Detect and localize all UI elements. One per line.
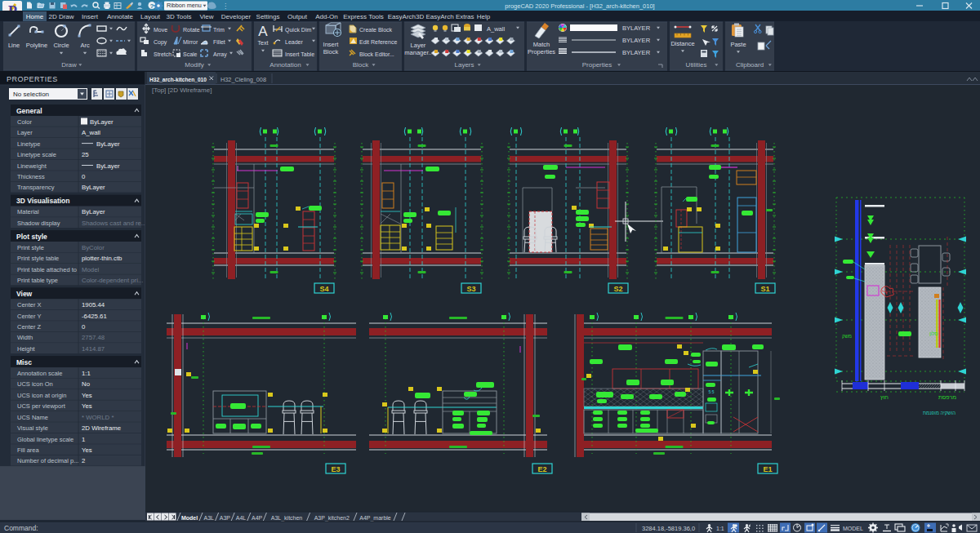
svg-text:Polyline: Polyline	[26, 42, 47, 49]
svg-text:Properties: Properties	[582, 61, 612, 69]
svg-text:Mirror: Mirror	[183, 39, 198, 45]
svg-text:Insert Table: Insert Table	[285, 51, 314, 57]
svg-text:ByLayer: ByLayer	[82, 184, 105, 191]
svg-text:1:1: 1:1	[82, 370, 91, 377]
svg-text:Properties: Properties	[528, 48, 555, 56]
svg-text:E2: E2	[537, 465, 546, 473]
svg-text:?: ?	[150, 2, 154, 10]
svg-text:Global linetype scale: Global linetype scale	[17, 436, 74, 443]
svg-text:A3L: A3L	[204, 515, 215, 521]
svg-text:Utilities: Utilities	[686, 61, 707, 69]
svg-text:Trim: Trim	[213, 27, 225, 33]
svg-text:S2: S2	[613, 285, 622, 293]
svg-text:EasyArch Extras: EasyArch Extras	[425, 13, 474, 20]
svg-text:Help: Help	[477, 13, 491, 20]
svg-text:Distance: Distance	[670, 40, 694, 47]
svg-text:A4P_marble: A4P_marble	[359, 515, 391, 522]
svg-text:Edit Reference: Edit Reference	[359, 39, 397, 45]
svg-text:⋮: ⋮	[222, 2, 229, 10]
svg-text:Layout: Layout	[140, 13, 161, 20]
svg-text:ByLayer: ByLayer	[96, 162, 120, 170]
svg-text:Copy: Copy	[154, 39, 167, 46]
svg-text:Material: Material	[17, 208, 39, 215]
svg-text:manager..: manager..	[404, 49, 431, 56]
svg-text:H32_arch-kitchen_010: H32_arch-kitchen_010	[149, 76, 207, 83]
svg-text:Yes: Yes	[82, 392, 92, 399]
svg-text:S3: S3	[466, 285, 475, 293]
svg-text:3D Visualisation: 3D Visualisation	[16, 197, 70, 205]
svg-text:Match: Match	[533, 41, 550, 48]
svg-text:A_wall: A_wall	[82, 129, 100, 136]
svg-text:Shadows cast and re...: Shadows cast and re...	[82, 220, 146, 227]
svg-text:3284.18,-5819.36,0: 3284.18,-5819.36,0	[642, 525, 695, 532]
svg-text:3D Tools: 3D Tools	[167, 13, 192, 20]
svg-text:Quick Dim: Quick Dim	[285, 27, 311, 33]
svg-text:חוץ: חוץ	[880, 394, 889, 400]
svg-text:Print style: Print style	[17, 244, 44, 251]
svg-text:משק: משק	[842, 334, 852, 339]
svg-text:Center Y: Center Y	[17, 313, 41, 320]
svg-text:PROPERTIES: PROPERTIES	[7, 75, 58, 83]
svg-text:Layer: Layer	[17, 129, 33, 136]
svg-text:Paste: Paste	[730, 41, 746, 48]
svg-text:No selection: No selection	[13, 91, 49, 98]
svg-text:Express Tools: Express Tools	[343, 13, 384, 20]
svg-text:1: 1	[82, 436, 85, 443]
svg-text:Thickness: Thickness	[17, 173, 45, 180]
svg-text:Leader: Leader	[285, 39, 303, 45]
svg-text:ByLayer: ByLayer	[90, 118, 114, 126]
svg-text:Print style table: Print style table	[17, 255, 59, 262]
svg-text:A4P: A4P	[252, 515, 263, 521]
svg-text:Number of decimal p...: Number of decimal p...	[17, 457, 78, 464]
svg-text:Command:: Command:	[4, 524, 38, 532]
svg-text:Print table type: Print table type	[17, 277, 58, 284]
svg-text:S1: S1	[760, 285, 769, 293]
svg-text:View: View	[16, 290, 33, 298]
svg-text:2D Wireframe: 2D Wireframe	[82, 424, 121, 432]
svg-text:Settings: Settings	[256, 13, 280, 20]
svg-text:25: 25	[82, 151, 89, 158]
svg-text:Add-On: Add-On	[315, 13, 338, 20]
svg-text:Linetype scale: Linetype scale	[17, 151, 56, 158]
svg-text:Circle: Circle	[53, 42, 69, 49]
svg-text:Layers: Layers	[454, 61, 474, 69]
svg-text:A3P: A3P	[220, 515, 231, 521]
svg-text:Center Z: Center Z	[17, 323, 42, 331]
svg-text:2757.48: 2757.48	[82, 334, 105, 341]
svg-text:Model: Model	[181, 515, 198, 521]
svg-text:Transparency: Transparency	[17, 184, 55, 191]
svg-text:0: 0	[82, 323, 86, 331]
svg-text:Height: Height	[17, 345, 36, 353]
svg-text:1:1: 1:1	[716, 526, 724, 531]
svg-text:Annotate: Annotate	[107, 13, 134, 20]
svg-text:Ribbon menu: Ribbon menu	[167, 2, 202, 9]
svg-text:BYLAYER: BYLAYER	[622, 37, 651, 44]
svg-text:Width: Width	[17, 334, 33, 341]
svg-text:A_wall: A_wall	[487, 25, 505, 33]
svg-text:Text: Text	[258, 40, 269, 46]
svg-text:1905.44: 1905.44	[82, 301, 105, 309]
svg-text:A: A	[258, 24, 268, 39]
svg-text:Line: Line	[8, 42, 20, 49]
svg-text:Scale: Scale	[183, 51, 198, 57]
svg-text:Yes: Yes	[82, 446, 92, 454]
svg-text:Plot style: Plot style	[16, 233, 47, 241]
svg-text:ByLayer: ByLayer	[82, 208, 105, 215]
svg-text:מרפסת: מרפסת	[938, 394, 956, 400]
svg-text:Clipboard: Clipboard	[736, 61, 764, 69]
svg-text:סלון: סלון	[929, 331, 938, 336]
svg-text:Block: Block	[323, 48, 339, 56]
svg-text:Center X: Center X	[17, 301, 42, 309]
svg-text:2: 2	[82, 457, 85, 464]
svg-text:Home: Home	[26, 13, 44, 20]
svg-text:-6425.61: -6425.61	[82, 313, 107, 320]
svg-text:Array: Array	[213, 51, 227, 58]
svg-text:Fillet: Fillet	[213, 39, 225, 45]
svg-text:UCS icon On: UCS icon On	[17, 380, 53, 388]
svg-text:UCS icon at origin: UCS icon at origin	[17, 392, 66, 399]
svg-text:UCS Name: UCS Name	[17, 414, 48, 421]
svg-text:[Top] [2D Wireframe]: [Top] [2D Wireframe]	[152, 87, 212, 94]
svg-text:Print table attached to: Print table attached to	[17, 266, 77, 273]
svg-text:0: 0	[82, 173, 86, 180]
svg-text:Developer: Developer	[221, 13, 252, 20]
